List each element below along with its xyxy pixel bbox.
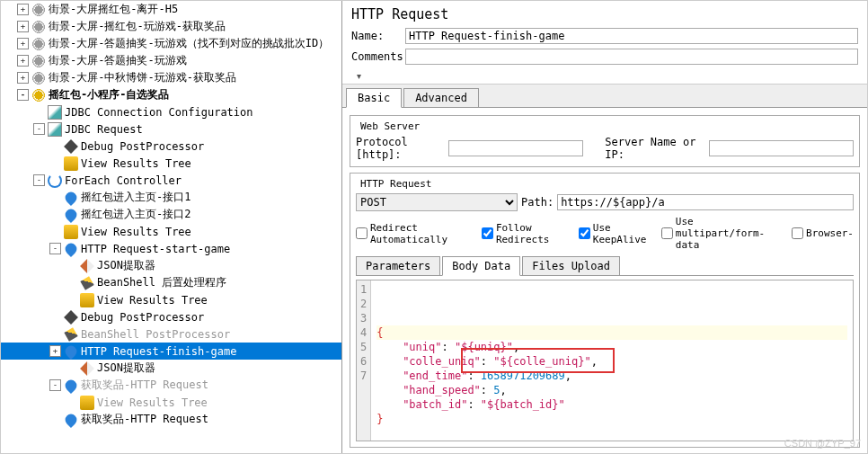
protocol-input[interactable] xyxy=(448,140,583,156)
tree-node[interactable]: +街景-大屏-答题抽奖-玩游戏 xyxy=(1,52,341,69)
diamond-icon xyxy=(64,310,78,325)
tree-panel: +街景-大屏摇红包-离开-H5+街景-大屏-摇红包-玩游戏-获取奖品+街景-大屏… xyxy=(1,1,342,453)
loop-icon xyxy=(48,174,62,188)
httprequest-fieldset: HTTP Request POST Path: Redirect Automat… xyxy=(350,173,860,448)
drop-icon xyxy=(63,189,79,205)
toggle-icon[interactable]: + xyxy=(49,345,61,357)
tree-node[interactable]: JSON提取器 xyxy=(1,360,341,377)
toggle-icon[interactable]: - xyxy=(49,379,61,391)
toggle-icon[interactable]: - xyxy=(49,243,61,254)
chk-multipart[interactable]: Use multipart/form-data xyxy=(661,216,783,251)
tree-node[interactable]: +街景-大屏-答题抽奖-玩游戏（找不到对应的挑战批次ID） xyxy=(1,35,341,52)
diamond-icon xyxy=(64,139,78,154)
drop-icon xyxy=(63,377,79,393)
gear-icon xyxy=(31,71,46,85)
tab-advanced[interactable]: Advanced xyxy=(403,88,479,107)
chk-follow[interactable]: Follow Redirects xyxy=(482,222,570,245)
tab-basic[interactable]: Basic xyxy=(346,88,402,108)
gold-icon xyxy=(64,225,78,239)
tree-label: View Results Tree xyxy=(81,226,191,238)
method-select[interactable]: POST xyxy=(356,193,518,211)
tree-node[interactable]: -获取奖品-HTTP Request xyxy=(1,377,341,394)
tree-node[interactable]: View Results Tree xyxy=(1,394,341,411)
tree-label: 获取奖品-HTTP Request xyxy=(81,412,208,427)
toggle-icon[interactable]: + xyxy=(17,72,29,84)
tree-node[interactable]: +街景-大屏摇红包-离开-H5 xyxy=(1,1,341,18)
pen-icon xyxy=(80,259,94,273)
subtab-parameters[interactable]: Parameters xyxy=(356,256,440,275)
tree-node[interactable]: 摇红包进入主页-接口2 xyxy=(1,206,341,223)
tree-label: JDBC Connection Configuration xyxy=(65,106,253,119)
toggle-icon[interactable]: - xyxy=(33,123,45,135)
tree-label: JSON提取器 xyxy=(97,361,155,376)
tree-label: BeanShell PostProcessor xyxy=(81,328,230,341)
tree-label: View Results Tree xyxy=(81,157,191,170)
toggle-icon[interactable]: + xyxy=(17,55,29,67)
tree-label: View Results Tree xyxy=(97,396,208,409)
tree-label: 街景-大屏-摇红包-玩游戏-获取奖品 xyxy=(49,19,226,34)
tree-node[interactable]: JDBC Connection Configuration xyxy=(1,103,341,120)
tree-node[interactable]: 摇红包进入主页-接口1 xyxy=(1,189,341,206)
tree-node[interactable]: View Results Tree xyxy=(1,291,341,308)
tree-label: JSON提取器 xyxy=(97,258,155,273)
tree-node[interactable]: -JDBC Request xyxy=(1,120,341,138)
subtab-filesupload[interactable]: Files Upload xyxy=(522,256,620,275)
toggle-icon xyxy=(66,260,77,272)
tree-node[interactable]: JSON提取器 xyxy=(1,257,341,274)
gear-icon xyxy=(31,20,46,34)
drop-icon xyxy=(63,343,79,359)
chk-keepalive[interactable]: Use KeepAlive xyxy=(579,222,652,245)
tree-node[interactable]: View Results Tree xyxy=(1,223,341,240)
wand-icon xyxy=(64,327,77,341)
toggle-icon[interactable]: + xyxy=(17,21,29,32)
toggle-icon[interactable]: + xyxy=(17,4,29,15)
tree-node[interactable]: View Results Tree xyxy=(1,155,341,172)
tree-node[interactable]: Debug PostProcessor xyxy=(1,138,341,155)
protocol-label: Protocol [http]: xyxy=(356,136,445,161)
tree-label: BeanShell 后置处理程序 xyxy=(97,275,226,290)
tree-node[interactable]: -HTTP Request-start-game xyxy=(1,240,341,257)
toggle-icon[interactable]: + xyxy=(17,38,29,49)
tree-node[interactable]: +HTTP Request-finish-game xyxy=(1,343,341,360)
toggle-icon[interactable]: - xyxy=(17,89,29,101)
panel-title: HTTP Request xyxy=(351,6,858,22)
tree-label: ForEach Controller xyxy=(65,174,182,187)
toggle-icon xyxy=(49,191,61,203)
servername-input[interactable] xyxy=(709,140,854,156)
tree-node[interactable]: 获取奖品-HTTP Request xyxy=(1,411,341,428)
toggle-icon xyxy=(49,311,61,323)
tree-node[interactable]: BeanShell PostProcessor xyxy=(1,325,341,343)
toggle-icon[interactable]: - xyxy=(33,174,45,186)
tree-node[interactable]: +街景-大屏-中秋博饼-玩游戏-获取奖品 xyxy=(1,69,341,86)
expand-icon[interactable]: ▾ xyxy=(357,71,361,81)
tree-label: 街景-大屏-答题抽奖-玩游戏 xyxy=(49,53,187,68)
path-input[interactable] xyxy=(557,194,854,210)
drop-icon xyxy=(63,206,79,222)
comments-input[interactable] xyxy=(405,49,858,65)
tree-label: Debug PostProcessor xyxy=(81,311,204,324)
gold-icon xyxy=(64,156,78,171)
chk-browser[interactable]: Browser- xyxy=(792,227,854,239)
tree-node[interactable]: -摇红包-小程序-自选奖品 xyxy=(1,86,341,103)
tree-label: JDBC Request xyxy=(65,123,143,136)
name-input[interactable] xyxy=(405,28,858,44)
sub-tabs: Parameters Body Data Files Upload xyxy=(356,256,854,276)
chk-redirect-auto[interactable]: Redirect Automatically xyxy=(356,222,473,245)
tree-node[interactable]: Debug PostProcessor xyxy=(1,308,341,325)
tree-label: View Results Tree xyxy=(97,294,208,307)
vial-icon xyxy=(48,105,62,120)
body-editor[interactable]: 1234567 { "uniq": "${uniq}", "colle_uniq… xyxy=(356,280,854,441)
gear-icon xyxy=(31,54,46,68)
tree-node[interactable]: BeanShell 后置处理程序 xyxy=(1,274,341,291)
gold-icon xyxy=(80,293,94,307)
tree-label: 摇红包进入主页-接口2 xyxy=(81,207,190,222)
gear-icon xyxy=(31,37,46,51)
tree-label: 获取奖品-HTTP Request xyxy=(81,378,208,393)
tree-node[interactable]: -ForEach Controller xyxy=(1,172,341,189)
toggle-icon xyxy=(49,140,61,152)
tree-node[interactable]: +街景-大屏-摇红包-玩游戏-获取奖品 xyxy=(1,18,341,35)
tree-label: 摇红包进入主页-接口1 xyxy=(81,190,190,205)
subtab-bodydata[interactable]: Body Data xyxy=(442,256,520,276)
tree-label: 街景-大屏摇红包-离开-H5 xyxy=(49,2,178,17)
tree-label: HTTP Request-start-game xyxy=(81,243,230,255)
